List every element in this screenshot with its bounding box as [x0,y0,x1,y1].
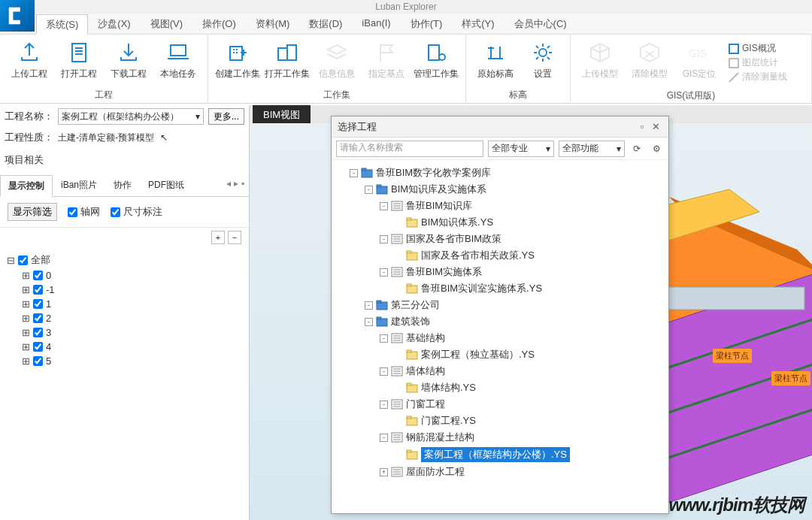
svg-rect-10 [729,59,738,68]
dialog-tree-item[interactable]: -BIM知识库及实施体系 [335,181,665,198]
tree-level-3[interactable]: ⊞3 [6,325,243,340]
dialog-tree-item[interactable]: -国家及各省市BIM政策 [335,231,665,247]
menu-tab-iban[interactable]: iBan(I) [352,14,400,34]
callout-a: 梁柱节点 [713,349,752,363]
tree-level-2[interactable]: ⊞2 [6,311,243,325]
menu-tab-view[interactable]: 视图(V) [141,14,192,34]
floor-tree: ⊟全部 ⊞0 ⊞-1 ⊞1 ⊞2 ⊞3 ⊞4 ⊞5 [0,247,249,373]
dialog-settings-icon[interactable]: ⚙ [649,141,664,156]
dialog-tree-item[interactable]: -案例工程（框架结构办公楼）.YS [335,446,665,464]
dialog-tree-item[interactable]: -鲁班BIM数字化教学案例库 [335,165,665,181]
ribbon-group-elev-title: 标高 [472,87,564,103]
ribbon-settings[interactable]: 设置 [522,38,564,87]
dialog-tree-item[interactable]: -钢筋混凝土结构 [335,429,665,446]
buildings-icon [275,41,299,65]
ribbon-open-workset[interactable]: 打开工作集 [264,38,311,87]
dialog-title: 选择工程 [338,120,377,134]
ribbon-open-project[interactable]: 打开工程 [56,38,102,87]
chevron-down-icon: ▾ [195,111,200,122]
svg-rect-57 [407,383,411,385]
checkbox-dimension[interactable]: 尺寸标注 [111,205,162,219]
svg-rect-5 [429,45,439,60]
ribbon-info: 信息信息 [314,38,360,87]
svg-rect-4 [287,45,296,60]
dialog-tree[interactable]: -鲁班BIM数字化教学案例库-BIM知识库及实施体系-鲁班BIM知识库-BIM知… [332,160,668,513]
ribbon-create-workset[interactable]: 创建工作集 [214,38,261,87]
gis-text-icon: GIS [687,41,711,65]
menu-tab-data[interactable]: 数据(D) [299,14,352,34]
svg-point-7 [539,49,547,56]
menu-tab-sandbox[interactable]: 沙盘(X) [88,14,140,34]
dialog-tree-item[interactable]: -案例工程（独立基础）.YS [335,346,665,363]
dialog-tree-item[interactable]: -墙体结构 [335,363,665,379]
ribbon-gis-layer-stats: 图层统计 [729,56,787,69]
svg-rect-45 [377,317,381,319]
project-name-combo[interactable]: 案例工程（框架结构办公楼） ▾ [58,108,204,125]
ribbon-gis-clear-lines: 清除测量线 [729,71,787,83]
menu-tab-style[interactable]: 样式(Y) [452,14,504,34]
building-plus-icon [226,41,250,65]
expand-all-button[interactable]: + [211,231,225,244]
svg-rect-41 [407,284,411,286]
collapse-all-button[interactable]: − [228,231,241,244]
left-tab-collab[interactable]: 协作 [105,174,140,196]
titlebar: Luban Explorer [0,0,812,14]
dialog-tree-item[interactable]: -门窗工程.YS [335,413,665,429]
menu-tab-operate[interactable]: 操作(O) [192,14,246,34]
dialog-tree-item[interactable]: -门窗工程 [335,396,665,413]
dialog-close-icon[interactable]: ✕ [649,121,662,132]
ribbon-gis-overview[interactable]: GIS概况 [729,42,787,55]
svg-rect-21 [362,168,366,171]
tree-level-1[interactable]: ⊞1 [6,297,243,311]
ribbon-manage-workset[interactable]: 管理工作集 [413,38,459,87]
dialog-tree-item[interactable]: -BIM知识体系.YS [335,214,665,231]
left-tab-nav[interactable]: ◂▸▪ [222,174,249,196]
ribbon-download-project[interactable]: 下载工程 [105,38,152,87]
ribbon-gis-clear-model: 清除模型 [626,38,673,88]
dialog-tree-item[interactable]: -第三分公司 [335,297,665,313]
checkbox-grid[interactable]: 轴网 [68,205,100,219]
more-button[interactable]: 更多... [208,108,244,125]
bim-view-tab[interactable]: BIM视图 [253,105,311,125]
menu-tab-collab[interactable]: 协作(T) [401,14,453,34]
dialog-filter-function[interactable]: 全部功能▾ [559,141,625,157]
dialog-tree-item[interactable]: -鲁班BIM知识库 [335,198,665,214]
svg-point-6 [439,54,445,60]
menu-tab-system[interactable]: 系统(S) [36,14,88,35]
left-tab-pdf[interactable]: PDF图纸 [140,174,192,196]
dialog-filter-specialty[interactable]: 全部专业▾ [488,141,554,157]
display-filter-button[interactable]: 显示筛选 [8,203,57,221]
callout-b: 梁柱节点 [771,371,810,385]
ribbon-original-elevation[interactable]: 原始标高 [472,38,519,87]
tree-level-neg1[interactable]: ⊞-1 [6,283,243,297]
svg-rect-19 [647,287,804,310]
gear-icon [531,41,555,65]
left-tab-display[interactable]: 显示控制 [0,175,53,197]
tree-root[interactable]: ⊟全部 [6,252,243,268]
menu-tab-member[interactable]: 会员中心(C) [504,14,577,34]
dialog-minimize-icon[interactable]: ▫ [635,121,649,132]
dialog-tree-item[interactable]: -建筑装饰 [335,313,665,330]
dialog-tree-item[interactable]: -基础结构 [335,330,665,346]
left-tabs: 显示控制 iBan照片 协作 PDF图纸 ◂▸▪ [0,174,249,197]
building-gear-icon [424,41,448,65]
tree-level-5[interactable]: ⊞5 [6,354,243,368]
ribbon-upload-project[interactable]: 上传工程 [6,38,53,87]
dialog-tree-item[interactable]: -国家及各省市相关政策.YS [335,247,665,264]
dialog-tree-item[interactable]: -墙体结构.YS [335,379,665,396]
tree-level-0[interactable]: ⊞0 [6,268,243,283]
dialog-tree-item[interactable]: -鲁班BIM实训室实施体系.YS [335,280,665,297]
dialog-refresh-icon[interactable]: ⟳ [629,141,644,156]
ribbon-set-basepoint: 指定基点 [363,38,410,87]
dialog-search-input[interactable]: 请输入名称搜索 [336,141,483,157]
tree-level-4[interactable]: ⊞4 [6,340,243,354]
ribbon-local-tasks[interactable]: 本地任务 [155,38,201,87]
left-tab-iban-photo[interactable]: iBan照片 [53,174,105,196]
download-icon [117,41,141,65]
left-panel: 工程名称： 案例工程（框架结构办公楼） ▾ 更多... 工程性质： 土建-清单定… [0,105,250,520]
dialog-tree-item[interactable]: +屋面防水工程 [335,464,665,480]
cube-up-icon [588,41,612,65]
dialog-tree-item[interactable]: -鲁班BIM实施体系 [335,264,665,280]
menu-tab-material[interactable]: 资料(M) [246,14,300,34]
flag-icon [374,41,398,65]
